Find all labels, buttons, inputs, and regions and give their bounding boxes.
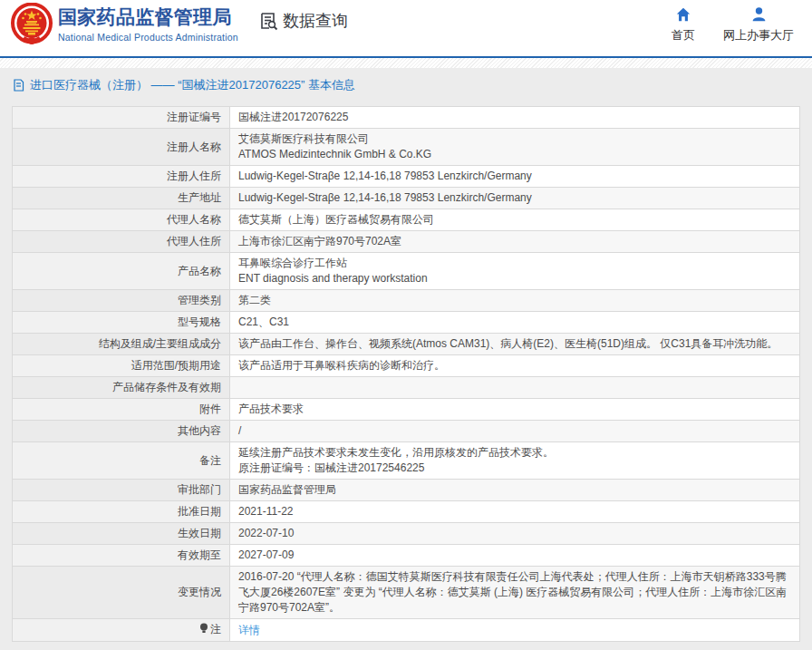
registration-info-table: 注册证编号国械注进20172076225注册人名称艾德莫斯医疗科技有限公司ATM… <box>12 106 800 642</box>
breadcrumb[interactable]: 进口医疗器械（注册） —— “国械注进20172076225” 基本信息 <box>0 68 812 92</box>
field-value-registration-number: 国械注进20172076225 <box>230 107 800 129</box>
detail-link[interactable]: 详情 <box>238 624 260 636</box>
field-value-management-category: 第二类 <box>230 290 800 312</box>
registration-table-body: 注册证编号国械注进20172076225注册人名称艾德莫斯医疗科技有限公司ATM… <box>13 107 800 642</box>
field-label-production-address: 生产地址 <box>13 188 230 209</box>
field-value-attachment: 产品技术要求 <box>230 399 800 421</box>
field-label-valid-until: 有效期至 <box>13 545 230 567</box>
field-value-intended-use: 该产品适用于耳鼻喉科疾病的诊断和治疗。 <box>230 355 800 377</box>
field-label-structure-composition: 结构及组成/主要组成成分 <box>13 334 230 355</box>
field-value-valid-until: 2027-07-09 <box>230 545 800 567</box>
data-query-icon <box>258 11 278 31</box>
field-label-registration-number: 注册证编号 <box>13 107 230 129</box>
table-row-storage-validity: 产品储存条件及有效期 <box>13 377 800 399</box>
brand-block: 国家药品监督管理局 National Medical Products Admi… <box>58 5 238 43</box>
table-row-model-spec: 型号规格C21、C31 <box>13 312 800 334</box>
site-title: 国家药品监督管理局 <box>58 5 238 29</box>
field-value-registrant-name: 艾德莫斯医疗科技有限公司ATMOS Medizintechnik GmbH & … <box>230 129 800 166</box>
bulb-note-icon <box>199 623 208 638</box>
table-row-approval-date: 批准日期2021-11-22 <box>13 501 800 523</box>
field-label-note: 注 <box>13 619 230 642</box>
table-row-agent-name: 代理人名称德艾莫斯（上海）医疗器械贸易有限公司 <box>13 209 800 231</box>
national-emblem-logo <box>9 3 54 48</box>
table-row-registrant-name: 注册人名称艾德莫斯医疗科技有限公司ATMOS Medizintechnik Gm… <box>13 129 800 166</box>
field-label-agent-name: 代理人名称 <box>13 209 230 231</box>
field-label-management-category: 管理类别 <box>13 290 230 312</box>
field-label-storage-validity: 产品储存条件及有效期 <box>13 377 230 399</box>
table-row-structure-composition: 结构及组成/主要组成成分该产品由工作台、操作台、视频系统(Atmos CAM31… <box>13 334 800 355</box>
field-label-effective-date: 生效日期 <box>13 523 230 545</box>
table-row-intended-use: 适用范围/预期用途该产品适用于耳鼻喉科疾病的诊断和治疗。 <box>13 355 800 377</box>
data-query-label: 数据查询 <box>283 10 348 32</box>
field-value-registrant-address: Ludwig-Kegel-Straβe 12,14-16,18 79853 Le… <box>230 166 800 188</box>
nav-hall-label: 网上办事大厅 <box>723 28 794 42</box>
breadcrumb-text: 进口医疗器械（注册） —— “国械注进20172076225” 基本信息 <box>30 78 355 92</box>
field-value-product-name: 耳鼻喉综合诊疗工作站ENT diagnosis and therapy work… <box>230 253 800 290</box>
field-label-product-name: 产品名称 <box>13 253 230 290</box>
nav-home-label: 首页 <box>672 28 695 42</box>
table-row-product-name: 产品名称耳鼻喉综合诊疗工作站ENT diagnosis and therapy … <box>13 253 800 290</box>
field-label-agent-address: 代理人住所 <box>13 231 230 253</box>
field-value-effective-date: 2022-07-10 <box>230 523 800 545</box>
content-area: 进口医疗器械（注册） —— “国械注进20172076225” 基本信息 注册证… <box>0 68 812 650</box>
field-label-model-spec: 型号规格 <box>13 312 230 334</box>
nav-home[interactable]: 首页 <box>664 6 702 44</box>
field-value-structure-composition: 该产品由工作台、操作台、视频系统(Atmos CAM31)、病人椅(E2)、医生… <box>230 334 800 355</box>
user-icon <box>719 6 798 23</box>
table-row-valid-until: 有效期至2027-07-09 <box>13 545 800 567</box>
data-query-section[interactable]: 数据查询 <box>258 10 348 32</box>
field-label-change-record: 变更情况 <box>13 567 230 619</box>
field-value-approval-department: 国家药品监督管理局 <box>230 480 800 501</box>
field-value-other-content: / <box>230 421 800 442</box>
field-label-approval-department: 审批部门 <box>13 480 230 501</box>
field-label-attachment: 附件 <box>13 399 230 421</box>
field-value-remarks: 延续注册产品技术要求未发生变化，沿用原核发的产品技术要求。原注册证编号：国械注进… <box>230 442 800 480</box>
field-label-approval-date: 批准日期 <box>13 501 230 523</box>
field-value-approval-date: 2021-11-22 <box>230 501 800 523</box>
field-value-production-address: Ludwig-Kegel-Straβe 12,14-16,18 79853 Le… <box>230 188 800 209</box>
table-row-approval-department: 审批部门国家药品监督管理局 <box>13 480 800 501</box>
table-row-effective-date: 生效日期2022-07-10 <box>13 523 800 545</box>
nav-online-hall[interactable]: 网上办事大厅 <box>719 6 798 44</box>
table-row-registration-number: 注册证编号国械注进20172076225 <box>13 107 800 129</box>
field-value-note: 详情 <box>230 619 800 642</box>
field-value-storage-validity <box>230 377 800 399</box>
table-row-registrant-address: 注册人住所Ludwig-Kegel-Straβe 12,14-16,18 798… <box>13 166 800 188</box>
site-subtitle: National Medical Products Administration <box>58 32 238 43</box>
field-value-agent-address: 上海市徐汇区南宁路970号702A室 <box>230 231 800 253</box>
home-icon <box>664 6 702 23</box>
field-label-registrant-name: 注册人名称 <box>13 129 230 166</box>
field-label-intended-use: 适用范围/预期用途 <box>13 355 230 377</box>
table-row-change-record: 变更情况2016-07-20 “代理人名称：德国艾特莫斯医疗科技有限责任公司上海… <box>13 567 800 619</box>
field-label-other-content: 其他内容 <box>13 421 230 442</box>
table-row-agent-address: 代理人住所上海市徐汇区南宁路970号702A室 <box>13 231 800 253</box>
table-row-remarks: 备注延续注册产品技术要求未发生变化，沿用原核发的产品技术要求。原注册证编号：国械… <box>13 442 800 480</box>
table-row-other-content: 其他内容/ <box>13 421 800 442</box>
site-header: 国家药品监督管理局 National Medical Products Admi… <box>0 0 812 56</box>
hatch-band <box>0 58 812 68</box>
table-row-management-category: 管理类别第二类 <box>13 290 800 312</box>
document-icon <box>13 79 24 92</box>
field-value-change-record: 2016-07-20 “代理人名称：德国艾特莫斯医疗科技有限责任公司上海代表处；… <box>230 567 800 619</box>
field-value-agent-name: 德艾莫斯（上海）医疗器械贸易有限公司 <box>230 209 800 231</box>
field-label-remarks: 备注 <box>13 442 230 480</box>
field-value-model-spec: C21、C31 <box>230 312 800 334</box>
table-row-attachment: 附件产品技术要求 <box>13 399 800 421</box>
field-label-registrant-address: 注册人住所 <box>13 166 230 188</box>
table-row-production-address: 生产地址Ludwig-Kegel-Straβe 12,14-16,18 7985… <box>13 188 800 209</box>
table-row-note: 注详情 <box>13 619 800 642</box>
